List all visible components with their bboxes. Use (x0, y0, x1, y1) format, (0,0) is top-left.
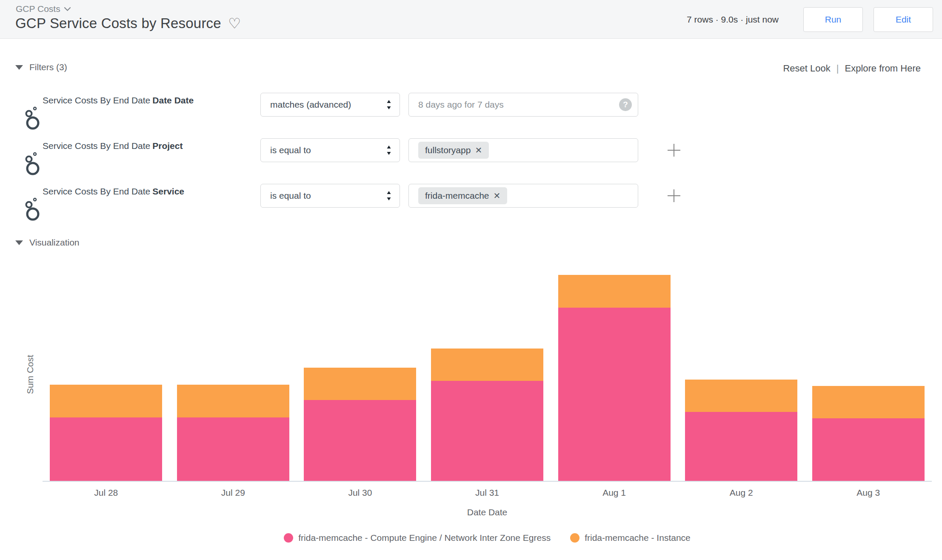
stacked-bar-jul-29[interactable] (177, 385, 289, 481)
bar-segment[interactable] (685, 412, 797, 481)
filters-section-title: Filters (3) (29, 62, 67, 72)
visualization-section-title: Visualization (29, 237, 80, 248)
filter-value-input[interactable]: 8 days ago for 7 days ? (408, 93, 638, 117)
title-row: GCP Service Costs by Resource ♡ (15, 15, 241, 31)
stacked-bar-aug-2[interactable] (685, 380, 797, 481)
chip-label: frida-memcache (425, 191, 489, 201)
filter-bubbles-icon[interactable] (23, 151, 41, 177)
filter-value-input[interactable]: frida-memcache ✕ (408, 184, 638, 208)
add-filter-value-icon[interactable] (666, 188, 682, 205)
x-axis-labels: Jul 28Jul 29Jul 30Jul 31Aug 1Aug 2Aug 3 (43, 488, 932, 498)
plot-area (43, 268, 932, 482)
filter-row-date: Service Costs By End DateDate Date match… (0, 93, 942, 117)
remove-value-icon[interactable]: ✕ (494, 191, 501, 201)
bar-slot (297, 268, 424, 481)
select-arrows-icon (386, 190, 392, 202)
bar-slot (805, 268, 932, 481)
filter-operator-select[interactable]: matches (advanced) (260, 93, 400, 117)
stacked-bar-aug-3[interactable] (812, 386, 925, 481)
bar-slot (551, 268, 678, 481)
help-icon[interactable]: ? (619, 98, 632, 111)
bar-slot (43, 268, 170, 481)
link-separator: | (836, 63, 839, 74)
x-axis-label: Jul 31 (424, 488, 551, 498)
operator-value: is equal to (270, 145, 311, 155)
filter-bubbles-icon[interactable] (23, 197, 41, 223)
x-axis-title: Date Date (43, 507, 932, 517)
run-button[interactable]: Run (803, 7, 863, 32)
bar-segment[interactable] (558, 308, 671, 481)
filter-field-label: Service Costs By End DateDate Date (43, 95, 194, 106)
bar-segment[interactable] (50, 417, 162, 481)
filter-bubbles-icon[interactable] (23, 106, 41, 132)
collapse-visualization-icon[interactable] (15, 240, 23, 245)
query-status: 7 rows · 9.0s · just now (687, 14, 779, 25)
stacked-bar-jul-30[interactable] (304, 368, 416, 481)
bar-segment[interactable] (177, 385, 289, 417)
stacked-bar-jul-31[interactable] (431, 349, 543, 481)
legend-item[interactable]: frida-memcache - Instance (570, 533, 691, 543)
collapse-filters-icon[interactable] (15, 65, 23, 70)
x-axis-label: Jul 30 (297, 488, 424, 498)
operator-value: is equal to (270, 191, 311, 201)
breadcrumb[interactable]: GCP Costs (16, 4, 71, 14)
select-arrows-icon (386, 144, 392, 156)
filter-row-project: Service Costs By End DateProject is equa… (0, 138, 942, 162)
x-axis-label: Jul 29 (170, 488, 297, 498)
bar-slot (170, 268, 297, 481)
bar-segment[interactable] (685, 380, 797, 412)
x-axis-label: Aug 2 (678, 488, 805, 498)
heart-favorite-icon[interactable]: ♡ (228, 16, 241, 31)
legend: frida-memcache - Compute Engine / Networ… (43, 533, 932, 543)
legend-swatch (570, 533, 579, 543)
chevron-down-icon (64, 7, 71, 11)
filter-operator-select[interactable]: is equal to (260, 184, 400, 208)
chip-label: fullstoryapp (425, 145, 471, 155)
operator-value: matches (advanced) (270, 100, 351, 110)
add-filter-value-icon[interactable] (666, 143, 682, 160)
stacked-bar-jul-28[interactable] (50, 385, 162, 481)
bar-segment[interactable] (558, 275, 671, 308)
bar-segment[interactable] (812, 418, 925, 481)
bar-segment[interactable] (812, 386, 925, 418)
bar-segment[interactable] (304, 400, 416, 481)
filter-value-chip[interactable]: fullstoryapp ✕ (418, 142, 489, 159)
bar-segment[interactable] (177, 417, 289, 481)
breadcrumb-label: GCP Costs (16, 4, 60, 14)
header-actions: 7 rows · 9.0s · just now Run Edit (687, 0, 933, 39)
edit-button[interactable]: Edit (873, 7, 933, 32)
page-title: GCP Service Costs by Resource (15, 15, 221, 31)
filters-section-header: Filters (3) (15, 62, 67, 72)
bars-row (43, 268, 932, 481)
bar-segment[interactable] (431, 349, 543, 381)
filter-field-label: Service Costs By End DateProject (43, 141, 183, 151)
explore-from-here-link[interactable]: Explore from Here (845, 63, 921, 74)
bar-slot (424, 268, 551, 481)
legend-swatch (284, 533, 293, 543)
filter-value-chip[interactable]: frida-memcache ✕ (418, 187, 507, 204)
visualization-section-header: Visualization (15, 237, 80, 248)
bar-segment[interactable] (50, 385, 162, 417)
legend-label: frida-memcache - Instance (585, 533, 691, 543)
bar-segment[interactable] (431, 381, 543, 481)
filter-row-service: Service Costs By End DateService is equa… (0, 184, 942, 208)
stacked-bar-aug-1[interactable] (558, 275, 671, 481)
filter-operator-select[interactable]: is equal to (260, 138, 400, 162)
x-axis-label: Jul 28 (43, 488, 170, 498)
reset-look-link[interactable]: Reset Look (783, 63, 830, 74)
x-axis-label: Aug 3 (805, 488, 932, 498)
x-axis-label: Aug 1 (551, 488, 678, 498)
filter-value-text: 8 days ago for 7 days (418, 100, 619, 110)
select-arrows-icon (386, 99, 392, 111)
bar-slot (678, 268, 805, 481)
y-axis-title: Sum Cost (25, 355, 35, 394)
legend-label: frida-memcache - Compute Engine / Networ… (298, 533, 551, 543)
remove-value-icon[interactable]: ✕ (475, 145, 482, 155)
filter-field-label: Service Costs By End DateService (43, 186, 184, 197)
bar-segment[interactable] (304, 368, 416, 400)
header-bar: GCP Costs GCP Service Costs by Resource … (0, 0, 942, 39)
look-actions: Reset Look | Explore from Here (783, 63, 921, 74)
legend-item[interactable]: frida-memcache - Compute Engine / Networ… (284, 533, 551, 543)
filter-value-input[interactable]: fullstoryapp ✕ (408, 138, 638, 162)
